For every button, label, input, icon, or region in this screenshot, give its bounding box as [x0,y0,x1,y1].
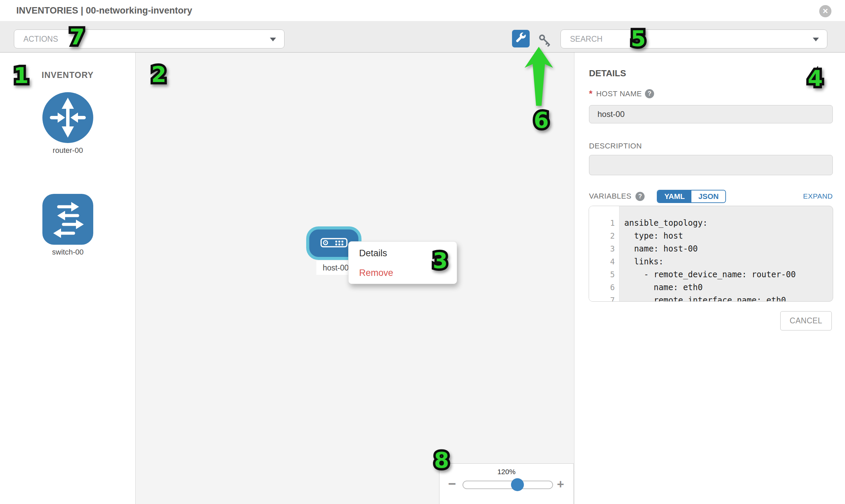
line-number: 6 [589,281,619,294]
annotation-number-3: 3 [433,249,448,272]
host-name-label-row: * HOST NAME ? [589,88,654,99]
code-line: name: host-00 [624,242,833,255]
line-number: 4 [589,255,619,268]
code-line: links: [624,255,833,268]
topology-canvas[interactable]: host-00 Details Remove 120% − + [136,53,574,504]
zoom-slider[interactable] [462,481,553,489]
variables-row: VARIABLES ? YAML JSON EXPAND [589,189,833,203]
code-line: name: eth0 [624,281,833,294]
help-icon[interactable]: ? [645,89,654,98]
host-name-input[interactable] [589,105,833,123]
variables-code-editor[interactable]: 1 2 3 4 5 6 7 ansible_topology: type: ho… [589,206,833,302]
annotation-number-8: 8 [434,449,449,472]
annotation-number-7: 7 [70,25,85,49]
host-icon [320,238,348,249]
close-icon[interactable]: ✕ [819,5,831,17]
host-name-label: HOST NAME [596,89,642,98]
search-dropdown-placeholder: SEARCH [570,30,602,48]
code-line: remote_interface_name: eth0 [624,294,833,302]
code-line: ansible_topology: [624,217,833,230]
code-line-numbers: 1 2 3 4 5 6 7 [589,206,619,301]
chevron-down-icon [270,38,276,41]
annotation-number-1: 1 [14,64,29,87]
zoom-slider-thumb[interactable] [511,478,524,491]
cancel-button[interactable]: CANCEL [780,311,832,330]
details-panel-title: DETAILS [589,68,626,79]
router-icon [42,138,93,144]
tools-button[interactable] [512,30,530,48]
zoom-control-panel: 120% − + [439,463,574,504]
variables-label: VARIABLES [589,192,631,201]
zoom-out-button[interactable]: − [447,476,457,491]
toolbar: ACTIONS SEARCH [0,21,845,53]
actions-dropdown-placeholder: ACTIONS [23,30,58,48]
search-dropdown[interactable]: SEARCH [561,30,827,49]
palette-item-switch[interactable] [42,194,93,245]
help-icon[interactable]: ? [635,192,645,201]
line-number: 2 [589,230,619,242]
chevron-down-icon [813,38,819,41]
required-asterisk-icon: * [589,88,592,99]
inventory-sidebar: INVENTORY router-00 [0,53,136,504]
code-line: - remote_device_name: router-00 [624,268,833,281]
details-panel: DETAILS * HOST NAME ? DESCRIPTION VARIAB… [574,53,845,504]
header: INVENTORIES | 00-networking-inventory ✕ [0,0,845,21]
annotation-number-4: 4 [808,67,823,90]
line-number: 7 [589,294,619,302]
line-number: 3 [589,242,619,255]
line-number: 5 [589,268,619,281]
zoom-level-label: 120% [439,468,574,476]
page-title: INVENTORIES | 00-networking-inventory [16,0,192,21]
palette-item-switch-label: switch-00 [25,248,110,256]
annotation-number-2: 2 [151,63,166,86]
annotation-arrow-up [523,46,554,107]
key-button[interactable] [538,33,552,48]
code-line: type: host [624,230,833,242]
wrench-icon [515,33,526,45]
palette-item-router[interactable] [42,92,93,143]
expand-link[interactable]: EXPAND [803,192,833,200]
toggle-json[interactable]: JSON [691,191,725,202]
actions-dropdown[interactable]: ACTIONS [14,30,284,49]
description-label: DESCRIPTION [589,142,642,150]
zoom-in-button[interactable]: + [556,477,566,491]
annotation-number-5: 5 [631,27,646,50]
description-input[interactable] [589,155,833,175]
palette-item-router-label: router-00 [25,146,110,155]
description-label-row: DESCRIPTION [589,142,642,150]
line-number: 1 [589,217,619,230]
code-lines: ansible_topology: type: host name: host-… [619,206,833,301]
app-window: INVENTORIES | 00-networking-inventory ✕ … [0,0,845,504]
format-toggle: YAML JSON [657,190,726,203]
toggle-yaml[interactable]: YAML [657,191,691,202]
annotation-number-6: 6 [534,109,549,132]
switch-icon [42,240,93,246]
